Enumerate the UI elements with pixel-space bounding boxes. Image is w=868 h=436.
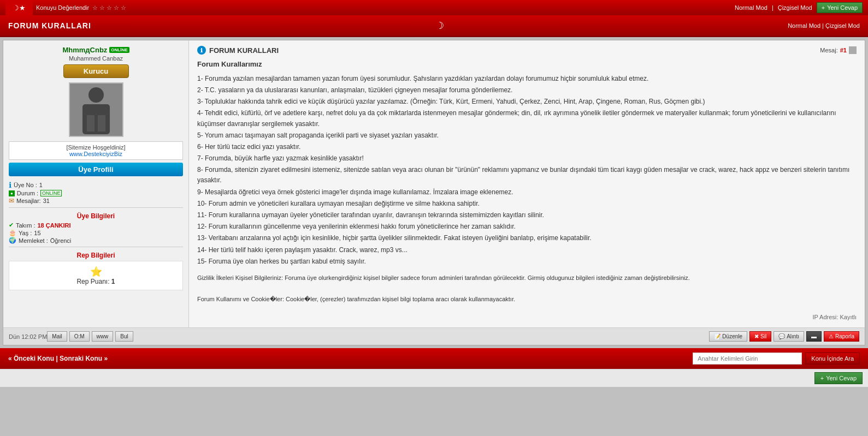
rep-icon: ⭐ (14, 266, 178, 278)
uye-no-label: Üye No : (14, 182, 37, 188)
rule-item: 6- Her türlü taciz edici yazı yasaktır. (197, 142, 857, 152)
rep-puan-label: Rep Puanı: (76, 278, 109, 285)
post-title-row: ℹ FORUM KURALLARI (197, 46, 279, 55)
memleket-value: Öğrenci (50, 237, 72, 244)
privacy-paragraph: Gizlilik İlkeleri Kişisel Bilgileriniz: … (197, 273, 857, 283)
rep-bilgileri-title: Rep Bilgileri (9, 252, 183, 259)
bul-button[interactable]: Bul (115, 331, 133, 342)
rule-item: 11- Forum kurallarına uymayan üyeler yön… (197, 210, 857, 220)
rule-item: 12- Forum kurallarının güncellenme veya … (197, 222, 857, 232)
rate-stars: ☆ ☆ ☆ ☆ ☆ (92, 4, 126, 11)
takim-value: 18 ÇANKIRI (37, 222, 70, 229)
svg-point-0 (88, 87, 104, 103)
mode-cizgisel[interactable]: Çizgisel Mod (778, 4, 812, 11)
username: MhmmдCnbz (62, 46, 107, 54)
rule-item: 13- Veritabanı arızalarına yol açtığı iç… (197, 233, 857, 243)
yas-label: Yaş : (19, 230, 32, 236)
takim-row: ✔ Takım : 18 ÇANKIRI (9, 222, 183, 229)
dark-button[interactable]: ▬ (806, 331, 822, 342)
uye-bilgileri-title: Üye Bilgileri (9, 212, 183, 220)
post-header: ℹ FORUM KURALLARI Mesaj: #1 (197, 46, 857, 55)
user-real-name: Muhammed Canbaz (9, 55, 183, 62)
rule-item: 7- Forumda, büyük harfle yazı yazmak kes… (197, 153, 857, 164)
rep-puan-row: Rep Puanı: 1 (14, 278, 178, 285)
search-button[interactable]: Konu İçinde Ara (805, 353, 860, 365)
svg-rect-3 (98, 115, 105, 132)
durum-label: Durum : (17, 190, 38, 196)
plus-icon-bottom: + (820, 375, 824, 381)
duzenle-button[interactable]: 📝 Düzenle (709, 331, 747, 342)
sil-button[interactable]: ✖ Sil (749, 331, 771, 342)
crescent-icon: ☽ (435, 20, 444, 32)
avatar-silhouette-svg (77, 85, 115, 134)
mode-normal[interactable]: Normal Mod (735, 4, 767, 11)
website[interactable]: www.DestekciyizBiz (11, 151, 180, 157)
rule-item: 2- T.C. yasaların ya da uluslararası kan… (197, 85, 857, 95)
rules-title: Forum Kurallarımız (197, 59, 857, 70)
header-cizgisel-mod[interactable]: Çizgisel Mod (825, 22, 860, 29)
rules-list: 1- Forumda yazılan mesajlardan tamamen y… (197, 74, 857, 267)
sidebar: MhmmдCnbz ONLİNE Muhammed Canbaz Kurucu (3, 40, 189, 327)
search-input[interactable] (693, 353, 802, 365)
welcome-box: [Sitemize Hoşgeldiniz] www.DestekciyizBi… (9, 141, 183, 160)
duzenle-icon: 📝 (714, 333, 721, 339)
memleket-label: Memleket : (19, 237, 48, 244)
mesajlar-value: 31 (43, 198, 50, 204)
header-normal-mod[interactable]: Normal Mod (788, 22, 820, 29)
rule-item: 9- Mesajlarda öğretici veya örnek göster… (197, 187, 857, 198)
footer-nav: « Önceki Konu | Sonraki Konu » Konu İçin… (0, 348, 868, 369)
durum-value: ONLİNE (40, 190, 62, 196)
privacy-text: Gizlilik İlkeleri Kişisel Bilgileriniz: … (197, 273, 857, 304)
yeni-cevap-bottom-button[interactable]: + Yeni Cevap (814, 372, 863, 384)
username-row: MhmmдCnbz ONLİNE (9, 46, 183, 54)
forum-title: FORUM KURALLARI (8, 21, 91, 30)
rep-box: ⭐ Rep Puanı: 1 (9, 261, 183, 290)
post-content: Forum Kurallarımız 1- Forumda yazılan me… (197, 59, 857, 322)
durum-icon: ● (9, 190, 15, 196)
ip-label: IP Adresi: (812, 314, 838, 320)
topbar: ☽★ Konuyu Değerlendir ☆ ☆ ☆ ☆ ☆ Normal M… (0, 0, 868, 15)
sil-icon: ✖ (754, 333, 759, 339)
mesaj-label: Mesaj: (820, 47, 837, 53)
yeni-cevap-top-button[interactable]: + Yeni Cevap (817, 2, 863, 13)
om-button[interactable]: O:M (69, 331, 90, 342)
online-badge: ONLİNE (109, 47, 129, 53)
profile-button[interactable]: Üye Profili (9, 163, 183, 176)
bottom-bar: + Yeni Cevap (0, 369, 868, 387)
search-area: Konu İçinde Ara (693, 353, 860, 365)
main-wrapper: MhmmдCnbz ONLİNE Muhammed Canbaz Kurucu (3, 40, 865, 345)
content-area: MhmmдCnbz ONLİNE Muhammed Canbaz Kurucu (3, 40, 865, 327)
plus-icon: + (822, 4, 825, 11)
copy-icon[interactable] (849, 46, 857, 54)
nav-links: « Önceki Konu | Sonraki Konu » (8, 355, 108, 362)
alinti-button[interactable]: 💬 Alıntı (773, 331, 804, 342)
info-icon: ℹ (197, 46, 206, 55)
alinti-icon: 💬 (778, 333, 785, 339)
mesajlar-label: Mesajlar: (16, 198, 41, 204)
svg-rect-2 (87, 115, 95, 132)
mesajlar-row: ✉ Mesajlar: 31 (9, 197, 183, 205)
rule-item: 5- Yorum amacı taşımayan salt propaganda… (197, 130, 857, 141)
action-bar: Dün 12:02 PM Mail O:M www Bul 📝 Düzenle … (3, 327, 865, 345)
rule-item: 3- Topluluklar hakkında tahrik edici ve … (197, 97, 857, 107)
rule-item: 1- Forumda yazılan mesajlardan tamamen y… (197, 74, 857, 84)
mesaj-num: #1 (840, 47, 847, 53)
welcome-text: [Sitemize Hoşgeldiniz] (11, 144, 180, 151)
rep-puan-value: 1 (111, 278, 115, 285)
header-mode-links: Normal Mod | Çizgisel Mod (788, 22, 860, 29)
mail-button[interactable]: Mail (47, 331, 67, 342)
raporla-button[interactable]: ⚠ Raporla (824, 331, 859, 342)
left-action-btns: Mail O:M www Bul (47, 331, 133, 342)
durum-row: ● Durum : ONLİNE (9, 190, 183, 196)
mesaj-icon: ✉ (9, 197, 14, 205)
ip-value: Kayıtlı (840, 314, 857, 320)
ip-line: IP Adresi: Kayıtlı (197, 313, 857, 322)
cookie-paragraph: Forum Kullanımı ve Cookie�ler: Cookie�le… (197, 295, 857, 304)
www-button[interactable]: www (92, 331, 114, 342)
sonraki-konu-link[interactable]: Sonraki Konu » (60, 355, 108, 362)
check-icon: ✔ (9, 222, 14, 229)
mesaj-info: Mesaj: #1 (820, 46, 857, 54)
post-area: ℹ FORUM KURALLARI Mesaj: #1 Forum Kurall… (189, 40, 865, 327)
onceki-konu-link[interactable]: « Önceki Konu (8, 355, 54, 362)
rule-item: 14- Her türlü telif hakkı içeren paylaşı… (197, 245, 857, 255)
